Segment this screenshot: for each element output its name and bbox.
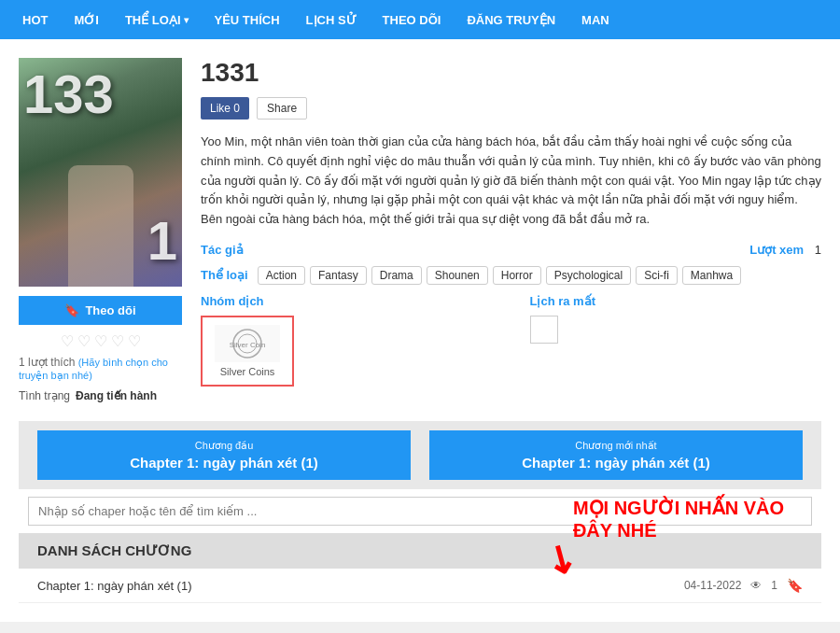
manga-title: 1331: [201, 58, 821, 88]
bookmark-icon-btn: 🔖: [64, 303, 79, 317]
theo-doi-button[interactable]: 🔖 Theo dõi: [19, 296, 182, 325]
chapter-moi-button[interactable]: Chương mới nhất Chapter 1: ngày phán xét…: [429, 430, 803, 480]
chapter-name[interactable]: Chapter 1: ngày phán xét (1): [37, 579, 192, 593]
tag-action[interactable]: Action: [258, 266, 305, 285]
chapter-meta: 04-11-2022 👁 1 🔖: [684, 578, 803, 593]
silver-coins-box[interactable]: Silver Coin Silver Coins: [201, 316, 294, 387]
lich-ra-mat-section: Lịch ra mất: [530, 294, 822, 387]
heart-1[interactable]: ♡: [61, 332, 74, 350]
fb-share-button[interactable]: Share: [257, 97, 307, 120]
manga-right-panel: 1331 Like 0 Share Yoo Min, một nhân viên…: [201, 58, 821, 402]
bookmark-icon[interactable]: 🔖: [787, 578, 803, 593]
luot-xem-label: Lượt xem: [749, 243, 804, 257]
navigation: HOT MỚI THỂ LOẠI ▾ YÊU THÍCH LỊCH SỬ THE…: [0, 0, 840, 39]
chapter-date: 04-11-2022: [684, 579, 741, 592]
nhom-dich-label: Nhóm dịch: [201, 294, 493, 308]
heart-2[interactable]: ♡: [77, 332, 91, 350]
silver-coins-text: Silver Coins: [210, 366, 285, 377]
chapter-list: Chapter 1: ngày phán xét (1) 04-11-2022 …: [19, 569, 821, 603]
luot-xem-value: 1: [815, 243, 821, 257]
nav-theo-doi[interactable]: THEO DÕI: [370, 0, 455, 39]
the-loai-row: Thể loại ActionFantasyDramaShounenHorror…: [201, 266, 821, 285]
main-content: 133 1 🔖 Theo dõi ♡ ♡ ♡ ♡ ♡ 1 lượt thích …: [0, 39, 840, 622]
luot-thich-count: 1 lượt thích: [19, 356, 75, 369]
tag-drama[interactable]: Drama: [371, 266, 422, 285]
manga-cover: 133 1: [19, 58, 182, 287]
chevron-down-icon: ▾: [184, 15, 189, 25]
eye-icon: 👁: [750, 579, 762, 592]
nav-the-loai[interactable]: THỂ LOẠI ▾: [112, 0, 202, 39]
fb-like-button[interactable]: Like 0: [201, 97, 249, 120]
chapter-dau-button[interactable]: Chương đầu Chapter 1: ngày phán xét (1): [37, 430, 411, 480]
manga-left-panel: 133 1 🔖 Theo dõi ♡ ♡ ♡ ♡ ♡ 1 lượt thích …: [19, 58, 182, 402]
nav-dang-truyen[interactable]: ĐĂNG TRUYỆN: [454, 0, 568, 39]
tag-shounen[interactable]: Shounen: [427, 266, 488, 285]
nav-hot[interactable]: HOT: [9, 0, 61, 39]
chapter-list-item[interactable]: Chapter 1: ngày phán xét (1) 04-11-2022 …: [19, 569, 821, 603]
tinh-trang-label: Tình trạng: [19, 389, 70, 402]
lich-ra-mat-box: [530, 316, 558, 344]
lich-ra-mat-label: Lịch ra mất: [530, 294, 822, 308]
tinh-trang-row: Tình trạng Đang tiến hành: [19, 389, 182, 402]
danh-sach-header: DANH SÁCH CHƯƠNG: [19, 533, 821, 569]
manga-cover-image: 133 1: [19, 58, 182, 287]
chapter-search-input[interactable]: [28, 497, 812, 526]
rating-hearts[interactable]: ♡ ♡ ♡ ♡ ♡: [19, 332, 182, 350]
search-bar: [19, 489, 821, 533]
luot-thich-section: 1 lượt thích (Hãy bình chọn cho truyện b…: [19, 356, 182, 382]
nav-yeu-thich[interactable]: YÊU THÍCH: [202, 0, 293, 39]
heart-4[interactable]: ♡: [111, 332, 124, 350]
svg-text:Silver Coin: Silver Coin: [230, 341, 266, 349]
fb-buttons: Like 0 Share: [201, 97, 821, 120]
tac-gia-label: Tác giả: [201, 243, 244, 257]
tag-sci-fi[interactable]: Sci-fi: [636, 266, 678, 285]
tags-container: ActionFantasyDramaShounenHorrorPsycholog…: [258, 266, 742, 285]
the-loai-label: Thể loại: [201, 268, 248, 282]
tag-horror[interactable]: Horror: [493, 266, 541, 285]
nav-man[interactable]: MAN: [568, 0, 623, 39]
heart-5[interactable]: ♡: [128, 332, 141, 350]
heart-3[interactable]: ♡: [94, 332, 107, 350]
nhom-lich-row: Nhóm dịch Silver Coin Silver Coins: [201, 294, 821, 387]
tag-fantasy[interactable]: Fantasy: [310, 266, 367, 285]
manga-description: Yoo Min, một nhân viên toàn thời gian củ…: [201, 133, 821, 230]
nhom-dich-section: Nhóm dịch Silver Coin Silver Coins: [201, 294, 493, 387]
tinh-trang-value: Đang tiến hành: [76, 389, 157, 402]
nav-moi[interactable]: MỚI: [61, 0, 111, 39]
tag-psychological[interactable]: Psychological: [546, 266, 631, 285]
chapter-views: 1: [771, 579, 777, 592]
chapter-buttons-row: Chương đầu Chapter 1: ngày phán xét (1) …: [19, 421, 821, 489]
tag-manhwa[interactable]: Manhwa: [682, 266, 741, 285]
info-grid: Tác giả Lượt xem 1: [201, 243, 821, 257]
silver-coins-logo: Silver Coin: [215, 325, 280, 362]
nav-lich-su[interactable]: LỊCH SỬ: [293, 0, 370, 39]
